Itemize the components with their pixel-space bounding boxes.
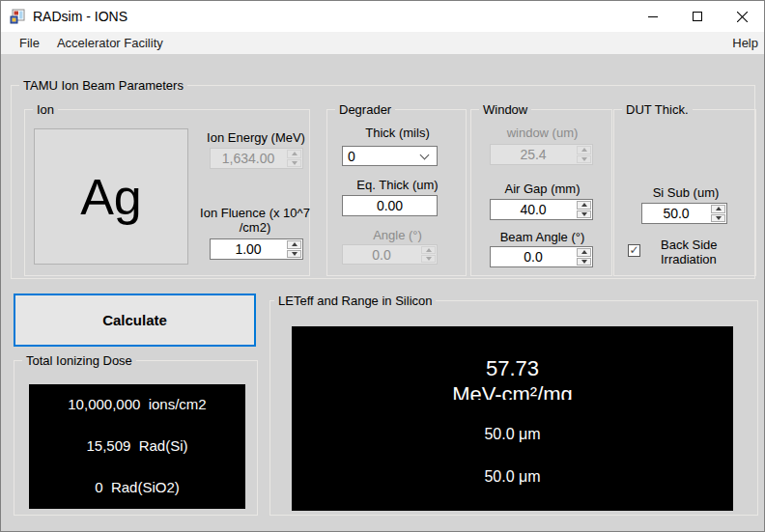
spin-up-icon [292, 242, 298, 246]
spin-down-icon [716, 216, 722, 220]
dut-groupbox: DUT Thick. Si Sub (um) 50.0 ✓ Back Side … [613, 109, 756, 276]
ion-energy-input: 1,634.00 [210, 148, 303, 169]
degrader-angle-label: Angle (°) [327, 228, 468, 242]
ion-element-symbol: Ag [80, 168, 142, 226]
ion-group-title: Ion [33, 102, 58, 117]
backside-label: Back Side Irradiation [661, 238, 750, 266]
spin-up-icon [581, 203, 587, 207]
spin-up-icon [716, 207, 722, 210]
let-value: 57.73 [292, 355, 733, 381]
menu-file[interactable]: File [11, 32, 48, 54]
degrader-group-title: Degrader [335, 102, 395, 117]
let-unit: MeV-cm²/mg [292, 381, 733, 400]
spin-down-icon [581, 212, 587, 216]
backside-checkbox[interactable]: ✓ [628, 244, 640, 257]
ion-groupbox: Ion Ag Ion Energy (MeV) 1,634.00 Ion Flu… [24, 109, 310, 276]
ion-element-button[interactable]: Ag [34, 128, 188, 265]
degrader-angle-spin-up [421, 246, 436, 254]
spin-up-icon [292, 152, 298, 155]
let-groupbox: LETeff and Range in Silicon 57.73 MeV-cm… [269, 300, 758, 516]
let-group-title: LETeff and Range in Silicon [274, 294, 436, 308]
degrader-groupbox: Degrader Thick (mils) 0 Eq. Thick (um) 0… [326, 109, 467, 276]
checkmark-icon: ✓ [629, 243, 638, 257]
menu-help[interactable]: Help [726, 32, 764, 54]
tid-display-panel: 10,000,000 ions/cm2 15,509 Rad(Si) 0 Rad… [29, 384, 245, 509]
si-sub-label: Si Sub (um) [614, 185, 757, 200]
ion-fluence-spin-up[interactable] [287, 240, 301, 249]
chevron-down-icon [420, 150, 430, 159]
tid-rad-sio2-line: 0 Rad(SiO2) [29, 479, 245, 495]
app-window: RADsim - IONS File Accelerator Facility … [0, 0, 765, 532]
degrader-eq-thick-input[interactable]: 0.00 [342, 195, 438, 216]
beam-angle-spin-up[interactable] [577, 248, 591, 257]
degrader-eq-thick-label: Eq. Thick (um) [327, 178, 468, 192]
calculate-button[interactable]: Calculate [14, 294, 256, 347]
window-um-label: window (um) [471, 126, 613, 140]
ion-fluence-spin-down[interactable] [287, 250, 301, 259]
spin-down-icon [581, 260, 587, 264]
si-sub-spin-up[interactable] [711, 205, 725, 213]
close-icon [737, 12, 748, 22]
range-line-2: 50.0 μm [292, 468, 733, 486]
maximize-icon [693, 12, 702, 21]
ion-energy-label: Ion Energy (MeV) [205, 130, 307, 145]
menu-accelerator-facility[interactable]: Accelerator Facility [48, 32, 172, 54]
minimize-button[interactable] [631, 1, 675, 32]
range-line-1: 50.0 μm [292, 426, 733, 443]
spin-down-icon [292, 252, 298, 256]
spin-down-icon [426, 257, 432, 261]
window-title: RADsim - IONS [33, 9, 128, 24]
si-sub-input[interactable]: 50.0 [641, 203, 727, 224]
degrader-thick-value: 0 [343, 149, 421, 164]
close-button[interactable] [720, 1, 764, 32]
spin-up-icon [581, 250, 587, 254]
minimize-icon [648, 16, 658, 17]
air-gap-input[interactable]: 40.0 [490, 199, 593, 220]
window-um-input: 25.4 [490, 144, 593, 165]
spin-down-icon [292, 161, 298, 165]
window-group-title: Window [479, 102, 531, 117]
beam-angle-spin-down[interactable] [577, 258, 591, 266]
air-gap-spin-down[interactable] [577, 210, 591, 219]
degrader-thick-combobox[interactable]: 0 [342, 146, 438, 166]
spin-down-icon [581, 157, 587, 161]
let-display-panel: 57.73 MeV-cm²/mg 50.0 μm 50.0 μm [292, 326, 733, 511]
air-gap-spin-up[interactable] [577, 201, 591, 210]
degrader-thick-label: Thick (mils) [327, 126, 468, 140]
beam-angle-input[interactable]: 0.0 [490, 246, 593, 267]
ion-fluence-input[interactable]: 1.00 [210, 238, 303, 260]
window-um-spin-down [577, 155, 591, 164]
tamu-group-title: TAMU Ion Beam Parameters [19, 78, 187, 93]
ion-fluence-label: Ion Fluence (x 10^7 /cm2) [199, 206, 311, 235]
window-um-spin-up [577, 146, 591, 154]
beam-angle-label: Beam Angle (°) [471, 230, 613, 244]
degrader-angle-spin-down [421, 255, 436, 263]
ion-energy-spin-down [287, 159, 301, 168]
app-icon [10, 9, 25, 24]
tid-groupbox: Total Ionizing Dose 10,000,000 ions/cm2 … [14, 360, 258, 516]
title-bar: RADsim - IONS [1, 1, 764, 32]
tid-fluence-line: 10,000,000 ions/cm2 [29, 396, 245, 412]
dut-group-title: DUT Thick. [622, 102, 693, 117]
tid-rad-si-line: 15,509 Rad(Si) [29, 437, 245, 454]
degrader-angle-input: 0.0 [342, 244, 438, 265]
tid-group-title: Total Ionizing Dose [22, 353, 136, 368]
let-value-block: 57.73 MeV-cm²/mg [292, 355, 733, 400]
air-gap-label: Air Gap (mm) [471, 182, 613, 196]
maximize-button[interactable] [675, 1, 720, 32]
ion-energy-spin-up [287, 150, 301, 158]
menu-bar: File Accelerator Facility Help [1, 32, 764, 54]
spin-up-icon [426, 248, 432, 252]
spin-up-icon [581, 148, 587, 152]
window-groupbox: Window window (um) 25.4 Air Gap (mm) 40.… [470, 109, 612, 276]
si-sub-spin-down[interactable] [711, 214, 725, 223]
